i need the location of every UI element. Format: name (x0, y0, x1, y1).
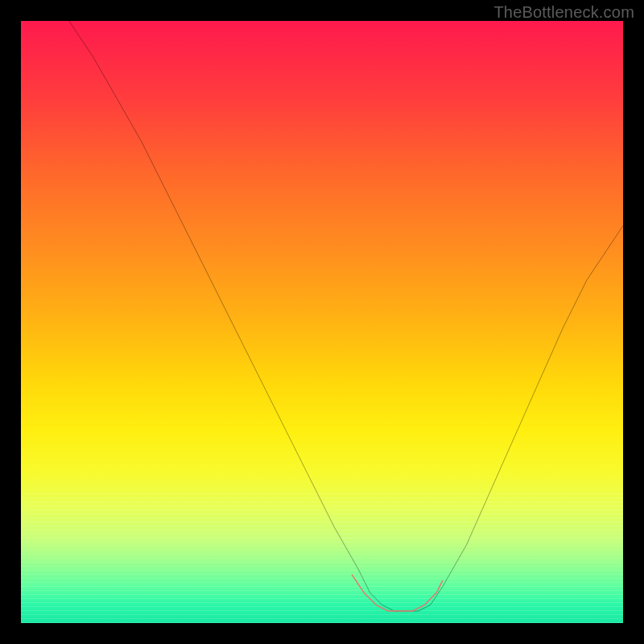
bottleneck-curve (69, 21, 623, 611)
curve-layer (21, 21, 623, 623)
plot-area (21, 21, 623, 623)
watermark-text: TheBottleneck.com (493, 3, 634, 22)
chart-frame: TheBottleneck.com (0, 0, 644, 644)
